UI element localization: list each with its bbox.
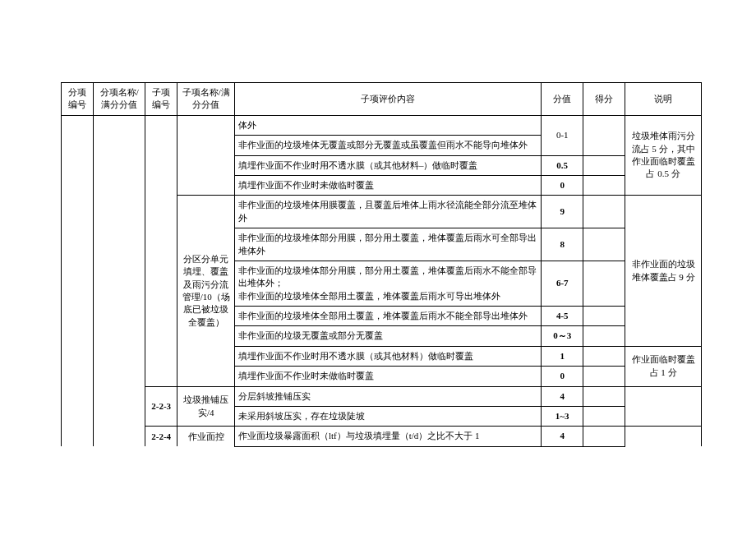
cell-score: 0～3 bbox=[542, 326, 583, 346]
cell-col3-empty bbox=[145, 115, 177, 386]
cell-subname-1 bbox=[177, 115, 235, 196]
cell-subname-4: 作业面控 bbox=[177, 427, 235, 446]
cell-got bbox=[583, 427, 625, 446]
cell-content: 填埋作业面不作业时用不透水膜（或其他材料–）做临时覆盖 bbox=[234, 155, 541, 175]
cell-content: 填埋作业面不作业时未做临时覆盖 bbox=[234, 367, 541, 386]
cell-content: 体外 bbox=[234, 115, 541, 135]
cell-score: 1 bbox=[542, 346, 583, 366]
cell-score: 0-1 bbox=[542, 115, 583, 155]
cell-col2-empty bbox=[94, 115, 145, 446]
th-col1: 分项编号 bbox=[62, 83, 94, 116]
cell-note: 垃圾堆体雨污分流占 5 分，其中作业面临时覆盖占 0.5 分 bbox=[625, 115, 702, 196]
cell-score: 4 bbox=[542, 386, 583, 406]
cell-content: 非作业面的垃圾堆体无覆盖或部分无覆盖或虽覆盖但雨水不能导向堆体外 bbox=[234, 136, 541, 155]
cell-got bbox=[583, 326, 625, 346]
table-row: 2-2-4 作业面控 作业面垃圾暴露面积（ltf）与垃圾填埋量（t/d）之比不大… bbox=[62, 427, 702, 446]
th-col3: 子项编号 bbox=[145, 83, 177, 116]
cell-got bbox=[583, 155, 625, 175]
cell-content: 非作业面的垃圾堆体部分用膜，部分用土覆盖，堆体覆盖后雨水不能全部导出堆体外； 非… bbox=[234, 261, 541, 306]
cell-got bbox=[583, 386, 625, 406]
cell-col1-empty bbox=[62, 115, 94, 446]
cell-content: 非作业面的垃圾无覆盖或部分无覆盖 bbox=[234, 326, 541, 346]
cell-got bbox=[583, 367, 625, 386]
cell-score: 6-7 bbox=[542, 261, 583, 306]
cell-note: 作业面临时覆盖占 1 分 bbox=[625, 346, 702, 386]
th-col4: 子项名称/满分分值 bbox=[177, 83, 235, 116]
cell-score: 4-5 bbox=[542, 307, 583, 326]
cell-content: 作业面垃圾暴露面积（ltf）与垃圾填埋量（t/d）之比不大于 1 bbox=[234, 427, 541, 446]
cell-content: 非作业面的垃圾堆体用膜覆盖，且覆盖后堆体上雨水径流能全部分流至堆体外 bbox=[234, 196, 541, 228]
table-row: 2-2-3 垃圾推铺压实/4 分层斜坡推铺压实 4 bbox=[62, 386, 702, 406]
cell-score: 4 bbox=[542, 427, 583, 446]
table-row: 体外 0-1 垃圾堆体雨污分流占 5 分，其中作业面临时覆盖占 0.5 分 bbox=[62, 115, 702, 135]
cell-note bbox=[625, 427, 702, 446]
th-col2: 分项名称/满分分值 bbox=[94, 83, 145, 116]
cell-score: 9 bbox=[542, 196, 583, 228]
cell-content: 填埋作业面不作业时用不透水膜（或其他材料）做临时覆盖 bbox=[234, 346, 541, 366]
cell-content: 分层斜坡推铺压实 bbox=[234, 386, 541, 406]
cell-subname-3: 垃圾推铺压实/4 bbox=[177, 386, 235, 427]
th-col7: 得分 bbox=[583, 83, 625, 116]
cell-score: 0 bbox=[542, 175, 583, 195]
cell-content: 非作业面的垃圾堆体部分用膜，部分用土覆盖，堆体覆盖后雨水可全部导出堆体外 bbox=[234, 228, 541, 261]
cell-score: 8 bbox=[542, 228, 583, 261]
th-col5: 子项评价内容 bbox=[234, 83, 541, 116]
cell-got bbox=[583, 175, 625, 195]
cell-score: 1~3 bbox=[542, 407, 583, 427]
th-col8: 说明 bbox=[625, 83, 702, 116]
cell-subno: 2-2-4 bbox=[145, 427, 177, 446]
cell-content: 非作业面的垃圾堆体全部用土覆盖，堆体覆盖后雨水不能全部导出堆体外 bbox=[234, 307, 541, 326]
cell-got bbox=[583, 228, 625, 261]
cell-content-a: 非作业面的垃圾堆体部分用膜，部分用土覆盖，堆体覆盖后雨水不能全部导出堆体外； bbox=[238, 265, 537, 288]
cell-content: 填埋作业面不作业时未做临时覆盖 bbox=[234, 175, 541, 195]
cell-note bbox=[625, 386, 702, 427]
cell-subno: 2-2-3 bbox=[145, 386, 177, 427]
scoring-table: 分项编号 分项名称/满分分值 子项编号 子项名称/满分分值 子项评价内容 分值 … bbox=[61, 82, 702, 447]
cell-content-b: 非作业面的垃圾堆体全部用土覆盖，堆体覆盖后雨水可导出堆体外 bbox=[238, 291, 500, 301]
cell-got bbox=[583, 196, 625, 228]
cell-note: 非作业面的垃圾堆体覆盖占 9 分 bbox=[625, 196, 702, 347]
cell-content: 未采用斜坡压实，存在垃圾陡坡 bbox=[234, 407, 541, 427]
cell-score: 0 bbox=[542, 367, 583, 386]
cell-score: 0.5 bbox=[542, 155, 583, 175]
table-header-row: 分项编号 分项名称/满分分值 子项编号 子项名称/满分分值 子项评价内容 分值 … bbox=[62, 83, 702, 116]
cell-got bbox=[583, 115, 625, 155]
cell-got bbox=[583, 407, 625, 427]
cell-got bbox=[583, 261, 625, 306]
cell-subname-2: 分区分单元填埋、覆盖及雨污分流管理/10（场底已被垃圾全覆盖） bbox=[177, 196, 235, 386]
scoring-table-wrap: 分项编号 分项名称/满分分值 子项编号 子项名称/满分分值 子项评价内容 分值 … bbox=[61, 82, 702, 447]
th-col6: 分值 bbox=[542, 83, 583, 116]
cell-got bbox=[583, 346, 625, 366]
cell-got bbox=[583, 307, 625, 326]
